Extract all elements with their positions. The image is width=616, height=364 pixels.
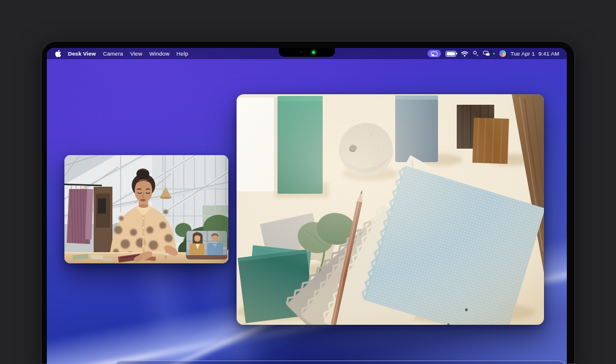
mirror-front (486, 53, 490, 56)
menu-camera[interactable]: Camera (103, 50, 123, 57)
date-label: Tue Apr 1 (511, 50, 535, 57)
magnifier-lens (473, 51, 477, 54)
menu-bar-clock[interactable]: Tue Apr 1 9:41 AM (511, 50, 559, 57)
battery-nub (456, 53, 457, 55)
marketing-stage: Desk View Camera View Window Help (0, 0, 616, 364)
battery-icon[interactable] (446, 51, 456, 57)
apple-menu[interactable] (54, 50, 61, 57)
screen-sharing-indicator-icon[interactable] (427, 50, 441, 57)
camera-active-indicator (312, 51, 315, 54)
facetime-call-window[interactable] (64, 155, 228, 263)
recording-green-dot-icon (493, 53, 495, 54)
magnifier-handle (476, 54, 478, 56)
macbook-screen: Desk View Camera View Window Help (47, 48, 567, 364)
pip-remote-participants[interactable] (186, 231, 227, 260)
time-label: 9:41 AM (538, 50, 559, 57)
desk-view-window[interactable] (237, 94, 544, 325)
menu-desk-view[interactable]: Desk View (68, 50, 96, 57)
menu-window[interactable]: Window (149, 50, 169, 57)
menu-help[interactable]: Help (176, 50, 188, 57)
battery-fill (447, 52, 455, 56)
spotlight-search-icon[interactable] (473, 51, 478, 56)
screen-mirroring-icon[interactable] (483, 51, 491, 57)
desk-view-scene (237, 94, 544, 325)
macbook-frame: Desk View Camera View Window Help (41, 41, 575, 364)
person-glyph (432, 54, 434, 56)
camera-lens (300, 51, 302, 53)
facetime-video-scene (64, 155, 228, 263)
display-notch (279, 48, 335, 57)
apple-logo-icon (54, 50, 61, 57)
wifi-icon[interactable] (461, 51, 468, 57)
bottom-window-edge[interactable] (114, 360, 566, 364)
menu-view[interactable]: View (130, 50, 142, 57)
siri-icon[interactable] (499, 50, 506, 57)
